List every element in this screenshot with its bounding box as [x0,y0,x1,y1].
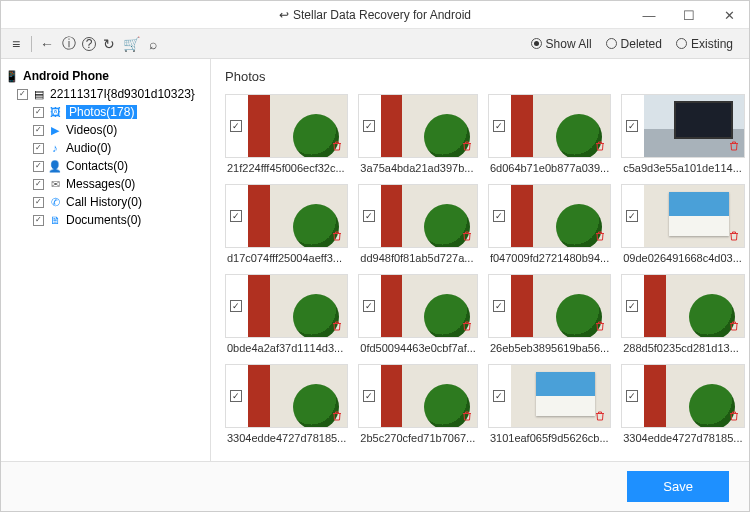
thumbnail-image[interactable] [358,364,478,428]
thumb-checkbox[interactable] [363,210,375,222]
thumb-checkbox[interactable] [230,390,242,402]
thumbnail-image[interactable] [488,364,611,428]
tree-item-6[interactable]: 🗎Documents(0) [5,211,206,229]
trash-icon [461,139,473,153]
thumbnail-filename: 21f224fff45f006ecf32c... [225,158,348,174]
thumbnail-filename: 09de026491668c4d03... [621,248,744,264]
thumb-checkbox[interactable] [363,120,375,132]
tree-checkbox[interactable] [33,179,44,190]
thumbnail-filename: 2b5c270cfed71b7067... [358,428,478,444]
thumbnail-image[interactable] [488,274,611,338]
thumbnail-grid-scroll[interactable]: 21f224fff45f006ecf32c...3a75a4bda21ad397… [211,90,749,461]
tree-checkbox[interactable] [33,215,44,226]
tree-device[interactable]: ▤ 22111317I{8d9301d10323} [5,85,206,103]
tree-checkbox[interactable] [33,197,44,208]
menu-icon[interactable]: ≡ [7,35,25,53]
close-button[interactable]: ✕ [709,1,749,29]
thumbnail[interactable]: 3101eaf065f9d5626cb... [488,364,611,444]
thumbnail-image[interactable] [621,184,744,248]
trash-icon [461,229,473,243]
thumb-checkbox[interactable] [626,120,638,132]
footer: Save [1,461,749,511]
tree-checkbox[interactable] [33,161,44,172]
thumbnail[interactable]: d17c074fff25004aeff3... [225,184,348,264]
thumbnail[interactable]: 3304edde4727d78185... [621,364,744,444]
tree-item-3[interactable]: 👤Contacts(0) [5,157,206,175]
thumbnail[interactable]: 3304edde4727d78185... [225,364,348,444]
tree-checkbox[interactable] [33,107,44,118]
thumb-checkbox[interactable] [230,300,242,312]
thumb-checkbox[interactable] [626,300,638,312]
trash-icon [728,319,740,333]
separator [31,36,32,52]
thumb-checkbox[interactable] [230,120,242,132]
thumbnail[interactable]: 0fd50094463e0cbf7af... [358,274,478,354]
thumbnail-image[interactable] [358,184,478,248]
tree-item-2[interactable]: ♪Audio(0) [5,139,206,157]
maximize-button[interactable]: ☐ [669,1,709,29]
trash-icon [594,139,606,153]
save-button[interactable]: Save [627,471,729,502]
thumbnail-image[interactable] [225,184,348,248]
thumbnail-image[interactable] [621,274,744,338]
thumbnail[interactable]: 09de026491668c4d03... [621,184,744,264]
thumbnail[interactable]: f047009fd2721480b94... [488,184,611,264]
thumbnail-filename: 0bde4a2af37d1114d3... [225,338,348,354]
thumbnail-image[interactable] [488,94,611,158]
filter-show-all[interactable]: Show All [531,37,592,51]
help-icon[interactable]: ? [82,37,96,51]
thumbnail-image[interactable] [225,274,348,338]
thumbnail[interactable]: dd948f0f81ab5d727a... [358,184,478,264]
thumbnail[interactable]: 0bde4a2af37d1114d3... [225,274,348,354]
phone-icon: 📱 [5,70,19,83]
thumbnail[interactable]: 6d064b71e0b877a039... [488,94,611,174]
thumb-checkbox[interactable] [626,210,638,222]
thumb-checkbox[interactable] [493,210,505,222]
app-back-icon: ↩ [279,8,289,22]
thumb-checkbox[interactable] [493,120,505,132]
tree-checkbox[interactable] [33,143,44,154]
tree-root[interactable]: 📱 Android Phone [5,67,206,85]
thumbnail-image[interactable] [621,364,744,428]
thumb-checkbox[interactable] [363,300,375,312]
tree-item-1[interactable]: ▶Videos(0) [5,121,206,139]
thumbnail[interactable]: 288d5f0235cd281d13... [621,274,744,354]
thumb-checkbox[interactable] [626,390,638,402]
cart-icon[interactable]: 🛒 [122,35,140,53]
info-icon[interactable]: ⓘ [60,35,78,53]
trash-icon [331,229,343,243]
thumb-checkbox[interactable] [493,390,505,402]
refresh-icon[interactable]: ↻ [100,35,118,53]
thumb-checkbox[interactable] [363,390,375,402]
thumbnail-image[interactable] [358,94,478,158]
tree-item-4[interactable]: ✉Messages(0) [5,175,206,193]
thumbnail[interactable]: 3a75a4bda21ad397b... [358,94,478,174]
trash-icon [728,409,740,423]
thumbnail-image[interactable] [621,94,744,158]
thumbnail-image[interactable] [488,184,611,248]
trash-icon [594,319,606,333]
back-icon[interactable]: ← [38,35,56,53]
category-icon: 👤 [48,160,62,173]
thumb-checkbox[interactable] [230,210,242,222]
tree-item-0[interactable]: 🖼Photos(178) [5,103,206,121]
thumb-checkbox[interactable] [493,300,505,312]
trash-icon [331,139,343,153]
filter-deleted[interactable]: Deleted [606,37,662,51]
thumbnail-image[interactable] [225,94,348,158]
key-icon[interactable]: ⌕ [144,35,162,53]
tree-item-5[interactable]: ✆Call History(0) [5,193,206,211]
thumbnail[interactable]: c5a9d3e55a101de114... [621,94,744,174]
thumbnail[interactable]: 2b5c270cfed71b7067... [358,364,478,444]
app-title: Stellar Data Recovery for Android [293,8,471,22]
filter-existing[interactable]: Existing [676,37,733,51]
thumbnail-filename: 3a75a4bda21ad397b... [358,158,478,174]
thumbnail-image[interactable] [225,364,348,428]
device-checkbox[interactable] [17,89,28,100]
thumbnail[interactable]: 26eb5eb3895619ba56... [488,274,611,354]
minimize-button[interactable]: — [629,1,669,29]
thumbnail-image[interactable] [358,274,478,338]
thumbnail[interactable]: 21f224fff45f006ecf32c... [225,94,348,174]
thumbnail-filename: 3304edde4727d78185... [621,428,744,444]
tree-checkbox[interactable] [33,125,44,136]
